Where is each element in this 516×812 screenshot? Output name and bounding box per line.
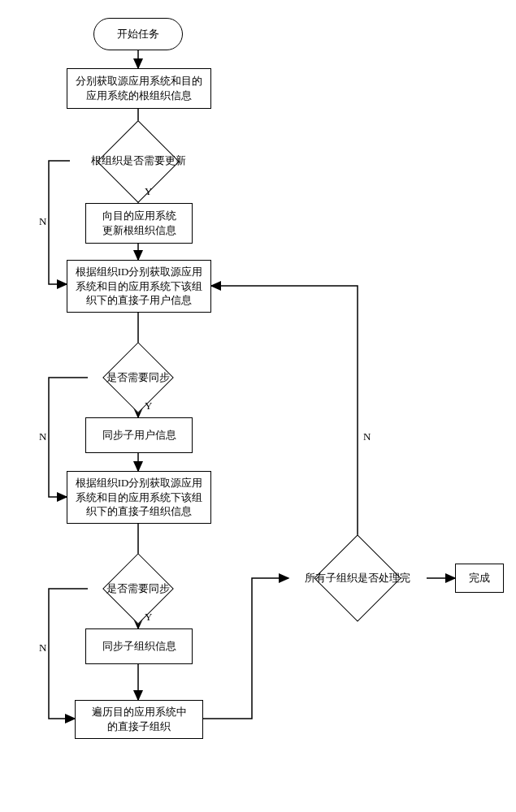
flowchart-canvas: 开始任务 分别获取源应用系统和目的应用系统的根组织信息 根组织是否需要更新 Y …: [0, 0, 516, 812]
connectors: [0, 0, 516, 812]
done: 完成: [455, 564, 504, 593]
need-sync-orgs: 是否需要同步: [88, 568, 189, 609]
start-task: 开始任务: [93, 18, 183, 50]
p6-label: 同步子组织信息: [102, 639, 176, 654]
p1-label: 分别获取源应用系统和目的应用系统的根组织信息: [76, 74, 202, 102]
need-sync-users: 是否需要同步: [88, 357, 189, 398]
traverse-sub-orgs: 遍历目的应用系统中的直接子组织: [75, 700, 203, 739]
p3-label: 根据组织ID分别获取源应用系统和目的应用系统下该组织下的直接子用户信息: [76, 265, 203, 308]
d3-no: N: [39, 641, 46, 654]
d4-no: N: [363, 430, 371, 443]
d1-no: N: [39, 215, 46, 228]
done-label: 完成: [469, 571, 490, 585]
d4-label: 所有子组织是否处理完: [305, 572, 410, 585]
d3-label: 是否需要同步: [106, 582, 170, 596]
get-sub-user-info: 根据组织ID分别获取源应用系统和目的应用系统下该组织下的直接子用户信息: [67, 260, 211, 313]
start-label: 开始任务: [117, 27, 159, 41]
p7-label: 遍历目的应用系统中的直接子组织: [92, 705, 187, 733]
d2-no: N: [39, 430, 46, 443]
get-sub-org-info: 根据组织ID分别获取源应用系统和目的应用系统下该组织下的直接子组织信息: [67, 471, 211, 524]
d1-label: 根组织是否需要更新: [91, 154, 186, 168]
d3-yes: Y: [145, 611, 152, 624]
update-root-org: 向目的应用系统更新根组织信息: [85, 203, 193, 244]
d2-label: 是否需要同步: [106, 371, 170, 385]
sync-sub-org: 同步子组织信息: [85, 628, 193, 664]
d2-yes: Y: [145, 400, 152, 412]
p5-label: 根据组织ID分别获取源应用系统和目的应用系统下该组织下的直接子组织信息: [76, 476, 203, 519]
p4-label: 同步子用户信息: [102, 428, 176, 443]
p2-label: 向目的应用系统更新根组织信息: [102, 209, 176, 237]
get-root-org-info: 分别获取源应用系统和目的应用系统的根组织信息: [67, 68, 211, 109]
sync-sub-user: 同步子用户信息: [85, 417, 193, 453]
all-sub-orgs-done: 所有子组织是否处理完: [288, 555, 427, 602]
root-org-need-update: 根组织是否需要更新: [70, 140, 206, 183]
d1-yes: Y: [145, 185, 152, 198]
